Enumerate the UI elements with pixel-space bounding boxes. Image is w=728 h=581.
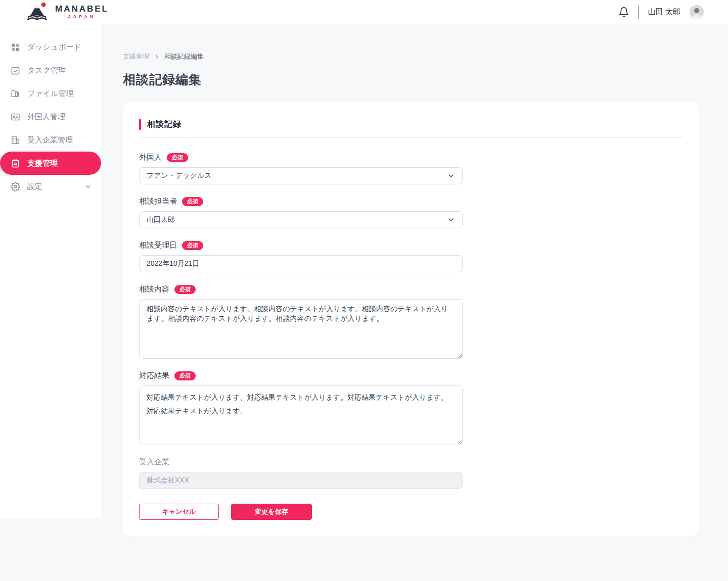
field-label: 外国人 (139, 153, 162, 162)
sidebar-item-files[interactable]: ファイル管理 (0, 82, 101, 105)
sidebar: ダッシュボード タスク管理 ファイル管理 (0, 24, 101, 518)
required-badge: 必須 (182, 241, 203, 250)
save-button[interactable]: 変更を保存 (231, 504, 312, 520)
consultation-form: 外国人 必須 フアン・デラクルス 相談担当者 必須 (139, 153, 463, 520)
sidebar-item-label: 受入企業管理 (27, 135, 73, 145)
required-badge: 必須 (167, 153, 188, 162)
sidebar-item-label: タスク管理 (27, 66, 66, 75)
breadcrumb-parent-link[interactable]: 支援管理 (123, 52, 149, 61)
field-label: 相談担当者 (139, 197, 177, 206)
date-input[interactable] (139, 255, 463, 272)
sidebar-item-tasks[interactable]: タスク管理 (0, 59, 101, 82)
user-avatar[interactable] (690, 5, 704, 19)
chevron-down-icon (84, 183, 92, 190)
sidebar-item-support[interactable]: 支援管理 (0, 152, 101, 175)
section-divider (139, 137, 683, 138)
section-header: 相談記録 (139, 119, 683, 130)
sidebar-item-dashboard[interactable]: ダッシュボード (0, 35, 101, 59)
sidebar-item-label: 設定 (27, 182, 42, 191)
sidebar-item-companies[interactable]: 受入企業管理 (0, 128, 101, 152)
required-badge: 必須 (174, 285, 196, 294)
staff-select-value: 山田太郎 (147, 215, 175, 224)
company-input (139, 472, 463, 489)
header-right: 山田 太郎 (618, 5, 704, 19)
brand-logo: MANABEL JAPAN (24, 2, 109, 23)
brand-subtitle: JAPAN (68, 15, 96, 19)
breadcrumb-current: 相談記録編集 (164, 52, 204, 61)
app-header: MANABEL JAPAN 山田 太郎 (0, 0, 728, 24)
required-badge: 必須 (182, 197, 203, 206)
header-divider (639, 6, 639, 19)
field-label: 相談内容 (139, 284, 169, 294)
form-card: 相談記録 外国人 必須 フアン・デラクルス (123, 102, 699, 537)
sidebar-item-label: ファイル管理 (27, 89, 73, 99)
notification-bell-icon[interactable] (618, 7, 629, 18)
staff-select[interactable]: 山田太郎 (139, 211, 463, 228)
section-title: 相談記録 (147, 119, 181, 130)
foreigner-select-value: フアン・デラクルス (147, 171, 212, 180)
gear-icon (10, 181, 21, 192)
content-textarea[interactable]: 相談内容のテキストが入ります。相談内容のテキストが入ります。相談内容のテキストが… (139, 299, 463, 359)
field-foreigner: 外国人 必須 フアン・デラクルス (139, 153, 463, 184)
page-title: 相談記録編集 (123, 71, 699, 88)
sidebar-item-label: ダッシュボード (27, 42, 81, 52)
foreigner-select[interactable]: フアン・デラクルス (139, 167, 463, 184)
dashboard-icon (10, 42, 21, 53)
sidebar-item-label: 外国人管理 (27, 112, 65, 122)
folder-icon (10, 88, 21, 99)
sidebar-item-settings[interactable]: 設定 (0, 175, 101, 198)
user-name: 山田 太郎 (648, 7, 680, 17)
main-content: 支援管理 相談記録編集 相談記録編集 相談記録 外国人 必須 (101, 24, 728, 537)
sidebar-item-foreigners[interactable]: 外国人管理 (0, 105, 101, 128)
field-staff: 相談担当者 必須 山田太郎 (139, 197, 463, 228)
chevron-right-icon (154, 54, 160, 60)
breadcrumb: 支援管理 相談記録編集 (123, 52, 699, 61)
form-actions: キャンセル 変更を保存 (139, 504, 463, 520)
id-card-icon (10, 112, 21, 122)
brand-text: MANABEL JAPAN (55, 5, 109, 19)
building-icon (10, 135, 21, 146)
field-label: 受入企業 (139, 457, 169, 467)
sidebar-item-label: 支援管理 (27, 159, 58, 168)
field-content: 相談内容 必須 相談内容のテキストが入ります。相談内容のテキストが入ります。相談… (139, 284, 463, 359)
chevron-down-icon (447, 172, 455, 180)
result-textarea[interactable]: 対応結果テキストが入ります。対応結果テキストが入ります。対応結果テキストが入りま… (139, 385, 463, 445)
field-label: 相談受理日 (139, 240, 177, 250)
field-result: 対応結果 必須 対応結果テキストが入ります。対応結果テキストが入ります。対応結果… (139, 371, 463, 445)
task-calendar-icon (10, 65, 21, 76)
field-label: 対応結果 (139, 371, 169, 380)
clipboard-icon (10, 158, 21, 169)
section-accent-bar (139, 119, 141, 130)
field-company: 受入企業 (139, 457, 463, 489)
fuji-book-logo-icon (24, 2, 51, 23)
brand-name: MANABEL (55, 5, 109, 13)
cancel-button[interactable]: キャンセル (139, 504, 219, 520)
field-date: 相談受理日 必須 (139, 240, 463, 272)
required-badge: 必須 (174, 371, 196, 380)
chevron-down-icon (447, 216, 455, 224)
